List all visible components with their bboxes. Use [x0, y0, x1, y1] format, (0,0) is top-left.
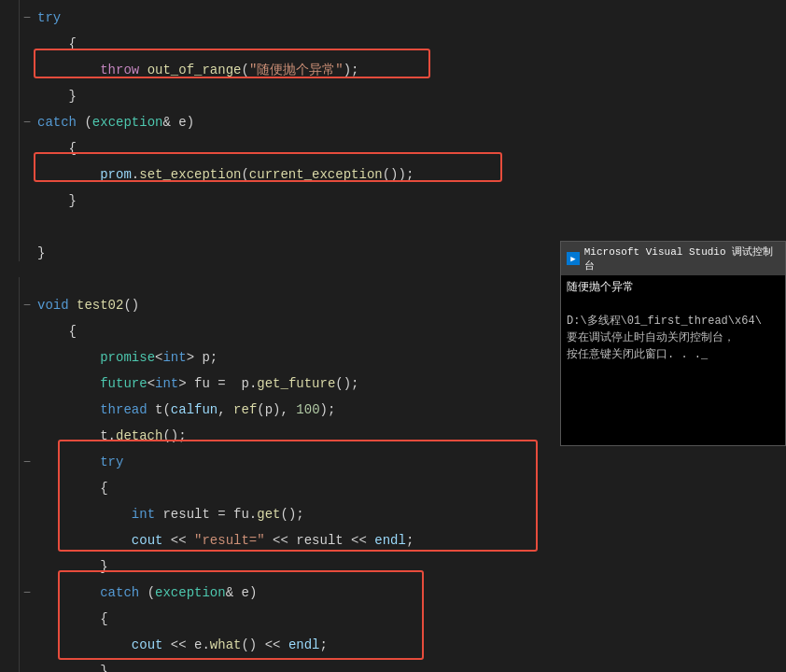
code-7: prom.set_exception(current_exception()); [34, 161, 414, 188]
code-17: t.detach(); [34, 423, 187, 449]
console-titlebar: ▶ Microsoft Visual Studio 调试控制台 [561, 242, 785, 275]
code-3: throw out_of_range("随便抛个异常"); [34, 57, 359, 83]
line-1: ─ try [0, 5, 560, 31]
line-9 [0, 214, 560, 240]
console-title: Microsoft Visual Studio 调试控制台 [584, 245, 779, 273]
code-23: catch (exception& e) [34, 580, 257, 606]
line-13: { [0, 318, 560, 344]
code-13: { [34, 318, 77, 344]
line-2: { [0, 31, 560, 57]
code-14: promise<int> p; [34, 344, 218, 371]
line-22: } [0, 553, 560, 580]
line-26: } [0, 658, 560, 672]
code-6: { [34, 135, 77, 161]
code-20: int result = fu.get(); [34, 501, 304, 527]
code-16: thread t(calfun, ref(p), 100); [34, 397, 335, 423]
line-7: prom.set_exception(current_exception()); [0, 161, 560, 188]
line-16: thread t(calfun, ref(p), 100); [0, 397, 560, 423]
console-line-4: 要在调试停止时自动关闭控制台， [567, 329, 779, 346]
collapse-18[interactable]: ─ [21, 449, 34, 475]
line-11 [0, 266, 560, 292]
collapse-12[interactable]: ─ [21, 292, 34, 318]
line-20: int result = fu.get(); [0, 501, 560, 527]
collapse-1[interactable]: ─ [21, 5, 34, 31]
line-15: future<int> fu = p.get_future(); [0, 371, 560, 397]
fold-line-top [19, 0, 20, 261]
line-19: { [0, 475, 560, 501]
line-8: } [0, 188, 560, 214]
console-line-1: 随便抛个异常 [567, 279, 779, 296]
line-23: ─ catch (exception& e) [0, 580, 560, 606]
line-14: promise<int> p; [0, 344, 560, 371]
collapse-23[interactable]: ─ [21, 580, 34, 606]
code-24: { [34, 606, 108, 632]
console-line-3: D:\多线程\01_first_thread\x64\ [567, 313, 779, 329]
code-25: cout << e.what() << endl; [34, 632, 328, 658]
line-10: } [0, 240, 560, 266]
code-18: try [34, 449, 123, 475]
code-container: ─ try { throw out_of_range("随便抛个异常"); } … [0, 0, 560, 672]
line-21: cout << "result=" << result << endl; [0, 527, 560, 553]
line-12: ─ void test02() [0, 292, 560, 318]
code-15: future<int> fu = p.get_future(); [34, 371, 359, 397]
line-24: { [0, 606, 560, 632]
code-2: { [34, 31, 77, 57]
console-line-2 [567, 296, 779, 313]
code-26: } [34, 658, 108, 672]
code-8: } [34, 188, 77, 214]
code-5: catch (exception& e) [34, 109, 194, 135]
code-4: } [34, 83, 77, 109]
line-4: } [0, 83, 560, 109]
line-5: ─ catch (exception& e) [0, 109, 560, 135]
vs-icon: ▶ [567, 252, 580, 265]
line-17: t.detach(); [0, 423, 560, 449]
code-9 [34, 214, 45, 240]
line-3: throw out_of_range("随便抛个异常"); [0, 57, 560, 83]
line-25: cout << e.what() << endl; [0, 632, 560, 658]
console-window: ▶ Microsoft Visual Studio 调试控制台 随便抛个异常 D… [560, 241, 786, 446]
code-21: cout << "result=" << result << endl; [34, 527, 414, 553]
code-1: try [34, 5, 61, 31]
console-line-5: 按任意键关闭此窗口. . ._ [567, 346, 779, 363]
editor-area: ─ try { throw out_of_range("随便抛个异常"); } … [0, 0, 786, 672]
line-18: ─ try [0, 449, 560, 475]
collapse-5[interactable]: ─ [21, 109, 34, 135]
console-body: 随便抛个异常 D:\多线程\01_first_thread\x64\ 要在调试停… [561, 275, 785, 445]
code-11 [34, 266, 45, 292]
code-10: } [34, 240, 45, 266]
line-6: { [0, 135, 560, 161]
code-22: } [34, 553, 108, 580]
code-19: { [34, 475, 108, 501]
fold-line-bottom [19, 277, 20, 672]
code-12: void test02() [34, 292, 139, 318]
